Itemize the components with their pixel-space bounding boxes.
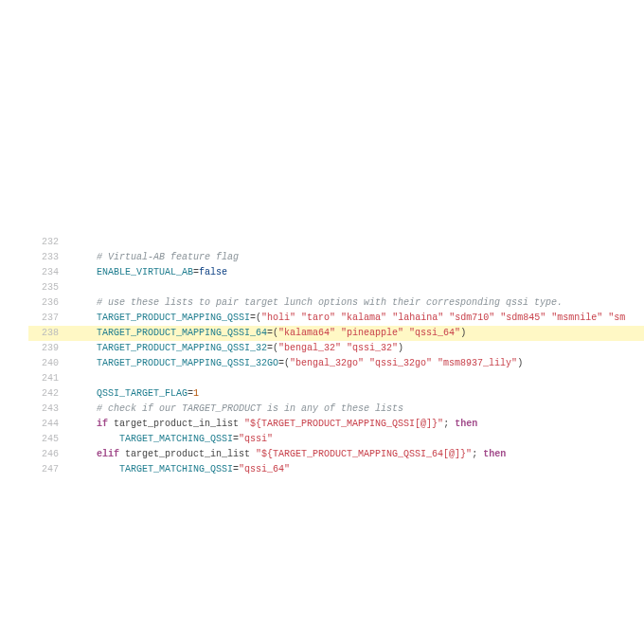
token-str: "qssi_32go" [369, 358, 432, 368]
code-line: 232 [28, 235, 644, 250]
token-var: TARGET_MATCHING_QSSI [119, 464, 233, 474]
line-content: TARGET_PRODUCT_MAPPING_QSSI_32=("bengal_… [70, 341, 403, 356]
line-content: QSSI_TARGET_FLAG=1 [70, 386, 199, 402]
code-line: 243# check if our TARGET_PRODUCT is in a… [28, 402, 644, 417]
line-content: TARGET_PRODUCT_MAPPING_QSSI=("holi" "tar… [70, 311, 625, 326]
token-str: "holi" [261, 313, 295, 323]
token-str: "bengal_32" [278, 343, 341, 353]
code-line: 246elif target_product_in_list "${TARGET… [28, 447, 644, 462]
line-content: elif target_product_in_list "${TARGET_PR… [70, 447, 506, 462]
code-line: 239TARGET_PRODUCT_MAPPING_QSSI_32=("beng… [28, 341, 644, 356]
line-content: TARGET_PRODUCT_MAPPING_QSSI_64=("kalama6… [70, 326, 466, 341]
token-punct: =( [267, 343, 278, 353]
line-number: 233 [28, 250, 70, 265]
token-str: "qssi_64" [409, 328, 460, 338]
line-content: # check if our TARGET_PRODUCT is in any … [70, 402, 403, 417]
line-number: 236 [28, 295, 70, 311]
token-punct: ; [472, 449, 483, 459]
line-number: 247 [28, 462, 70, 477]
token-str: "msm8937_lily" [438, 358, 517, 368]
token-punct: ) [398, 343, 403, 353]
token-str: "sdm710" [449, 313, 494, 323]
token-str: "lahaina" [392, 313, 443, 323]
token-var: TARGET_MATCHING_QSSI [119, 434, 233, 444]
line-number: 235 [28, 280, 70, 295]
token-punct: =( [250, 313, 261, 323]
token-str: "pineapple" [341, 328, 403, 338]
token-fn: target_product_in_list [125, 449, 250, 459]
token-punct: ; [443, 419, 455, 429]
line-content: ENABLE_VIRTUAL_AB=false [70, 265, 227, 280]
token-str: "msmnile" [551, 313, 602, 323]
line-number: 245 [28, 432, 70, 447]
line-number: 243 [28, 402, 70, 417]
code-block: 232233# Virtual-AB feature flag234ENABLE… [28, 235, 644, 477]
line-number: 246 [28, 447, 70, 462]
token-comment: # check if our TARGET_PRODUCT is in any … [97, 403, 403, 414]
line-content: # use these lists to pair target lunch o… [70, 295, 563, 311]
line-content: TARGET_MATCHING_QSSI="qssi_64" [70, 462, 290, 477]
token-str: "sdm845" [500, 313, 546, 323]
token-punct: ) [460, 328, 466, 338]
line-number: 238 [28, 326, 70, 341]
token-kw: if [97, 419, 108, 429]
token-comment: # Virtual-AB feature flag [97, 252, 239, 262]
code-line: 235 [28, 280, 644, 295]
line-content: TARGET_MATCHING_QSSI="qssi" [70, 432, 273, 447]
token-str: "bengal_32go" [290, 358, 364, 368]
token-punct: =( [267, 328, 278, 338]
token-str: "sm [608, 313, 625, 323]
token-str: "${TARGET_PRODUCT_MAPPING_QSSI[@]}" [244, 419, 443, 429]
token-str: "taro" [301, 313, 335, 323]
code-line: 244if target_product_in_list "${TARGET_P… [28, 417, 644, 432]
code-line: 247TARGET_MATCHING_QSSI="qssi_64" [28, 462, 644, 477]
token-str: "qssi" [239, 434, 273, 444]
line-number: 237 [28, 311, 70, 326]
code-line: 242QSSI_TARGET_FLAG=1 [28, 386, 644, 402]
line-content: TARGET_PRODUCT_MAPPING_QSSI_32GO=("benga… [70, 356, 523, 371]
line-number: 242 [28, 386, 70, 402]
code-line: 233# Virtual-AB feature flag [28, 250, 644, 265]
token-punct: =( [278, 358, 290, 368]
token-var: ENABLE_VIRTUAL_AB [97, 267, 193, 277]
code-line: 237TARGET_PRODUCT_MAPPING_QSSI=("holi" "… [28, 311, 644, 326]
token-var: TARGET_PRODUCT_MAPPING_QSSI [97, 313, 250, 323]
code-line: 238TARGET_PRODUCT_MAPPING_QSSI_64=("kala… [28, 326, 644, 341]
token-var: TARGET_PRODUCT_MAPPING_QSSI_32 [97, 343, 267, 353]
token-str: "qssi_64" [239, 464, 290, 474]
token-str: "kalama" [341, 313, 386, 323]
line-content: if target_product_in_list "${TARGET_PROD… [70, 417, 477, 432]
token-fn: target_product_in_list [114, 419, 239, 429]
line-number: 241 [28, 371, 70, 386]
token-num: 1 [193, 388, 199, 399]
token-bool: false [199, 267, 227, 277]
code-line: 236# use these lists to pair target lunc… [28, 295, 644, 311]
code-line: 240TARGET_PRODUCT_MAPPING_QSSI_32GO=("be… [28, 356, 644, 371]
token-comment: # use these lists to pair target lunch o… [97, 297, 563, 308]
line-number: 234 [28, 265, 70, 280]
line-number: 239 [28, 341, 70, 356]
token-kw: elif [97, 449, 119, 459]
line-number: 240 [28, 356, 70, 371]
token-kw: then [455, 419, 477, 429]
line-number: 244 [28, 417, 70, 432]
code-line: 234ENABLE_VIRTUAL_AB=false [28, 265, 644, 280]
code-line: 241 [28, 371, 644, 386]
token-var: QSSI_TARGET_FLAG [97, 388, 188, 399]
code-line: 245TARGET_MATCHING_QSSI="qssi" [28, 432, 644, 447]
token-punct: ) [517, 358, 523, 368]
token-var: TARGET_PRODUCT_MAPPING_QSSI_32GO [97, 358, 278, 368]
token-var: TARGET_PRODUCT_MAPPING_QSSI_64 [97, 328, 267, 338]
token-str: "kalama64" [278, 328, 335, 338]
line-number: 232 [28, 235, 70, 250]
token-str: "${TARGET_PRODUCT_MAPPING_QSSI_64[@]}" [256, 449, 472, 459]
token-str: "qssi_32" [347, 343, 398, 353]
token-kw: then [483, 449, 506, 459]
line-content: # Virtual-AB feature flag [70, 250, 239, 265]
